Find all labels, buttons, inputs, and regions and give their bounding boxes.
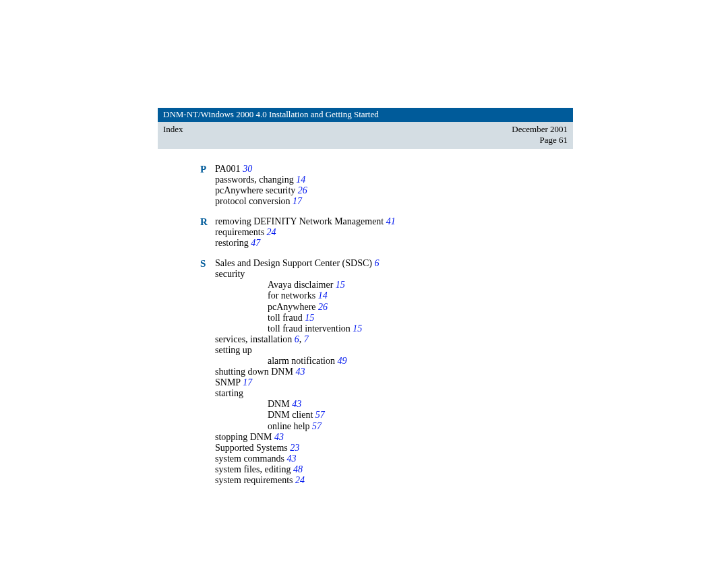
page-reference[interactable]: 15 <box>353 323 362 334</box>
page-reference[interactable]: 41 <box>386 216 396 226</box>
entry-text: SNMP <box>215 377 241 387</box>
entry-text: starting <box>215 388 243 398</box>
entry-text: system requirements <box>215 475 293 485</box>
entry-text: system commands <box>215 454 284 464</box>
index-body: PPA001 30passwords, changing 14pcAnywher… <box>158 149 573 487</box>
entry-text: security <box>215 269 245 279</box>
index-entry: Avaya disclaimer 15 <box>215 280 573 290</box>
entry-text: pcAnywhere <box>268 302 316 312</box>
page-reference[interactable]: 15 <box>305 313 314 323</box>
section-letter: S <box>200 258 206 270</box>
entry-text: protocol conversion <box>215 196 291 206</box>
title-bar: DNM-NT/Windows 2000 4.0 Installation and… <box>158 108 573 122</box>
page-reference[interactable]: 26 <box>298 185 307 195</box>
entry-text: DNM client <box>268 410 313 420</box>
index-entry: DNM 43 <box>215 399 573 410</box>
entry-text: setting up <box>215 345 252 355</box>
index-entry: protocol conversion 17 <box>215 196 573 207</box>
page-reference[interactable]: 47 <box>251 238 260 248</box>
entry-text: Sales and Design Support Center (SDSC) <box>215 258 372 268</box>
index-entry: shutting down DNM 43 <box>215 367 573 377</box>
index-section: Rremoving DEFINITY Network Management 41… <box>215 216 573 249</box>
entry-text: for networks <box>268 290 315 301</box>
entry-text: shutting down DNM <box>215 367 293 377</box>
index-entry: requirements 24 <box>215 227 573 238</box>
index-entry: services, installation 6, 7 <box>215 334 573 345</box>
index-entry: restoring 47 <box>215 238 573 249</box>
index-section: SSales and Design Support Center (SDSC) … <box>215 258 573 486</box>
page-reference[interactable]: 24 <box>267 227 276 237</box>
page-reference[interactable]: 49 <box>337 356 346 366</box>
doc-date: December 2001 <box>512 124 568 135</box>
index-entry: Supported Systems 23 <box>215 443 573 454</box>
page-reference[interactable]: 24 <box>295 475 305 485</box>
entry-text: Supported Systems <box>215 443 288 453</box>
index-entry: system commands 43 <box>215 454 573 464</box>
page-reference[interactable]: 23 <box>290 443 299 453</box>
entry-text: requirements <box>215 227 264 237</box>
page-reference[interactable]: 26 <box>318 302 328 312</box>
entry-text: stopping DNM <box>215 432 272 442</box>
index-entry: for networks 14 <box>215 290 573 301</box>
entry-text: passwords, changing <box>215 175 294 185</box>
page-reference[interactable]: 6 <box>295 334 299 344</box>
index-entry: toll fraud 15 <box>215 313 573 323</box>
index-entry: alarm notification 49 <box>215 356 573 367</box>
index-entry: security <box>215 269 573 280</box>
page-reference[interactable]: 57 <box>312 421 322 431</box>
entry-text: Avaya disclaimer <box>268 280 333 290</box>
index-entry: DNM client 57 <box>215 410 573 420</box>
page-reference[interactable]: 57 <box>315 410 325 420</box>
doc-page-number: Page 61 <box>512 135 568 146</box>
index-entry: pcAnywhere 26 <box>215 302 573 313</box>
page-reference[interactable]: 14 <box>296 175 305 185</box>
info-bar: Index December 2001 Page 61 <box>158 122 573 149</box>
page-reference[interactable]: 48 <box>293 464 303 474</box>
entry-text: PA001 <box>215 164 241 174</box>
page-reference[interactable]: 6 <box>374 258 379 268</box>
index-entry: PA001 30 <box>215 164 573 175</box>
info-right: December 2001 Page 61 <box>512 124 568 146</box>
index-entry: system requirements 24 <box>215 475 573 486</box>
index-entry: Sales and Design Support Center (SDSC) 6 <box>215 258 573 269</box>
index-entry: toll fraud intervention 15 <box>215 323 573 334</box>
page-reference[interactable]: 43 <box>287 454 297 464</box>
index-entry: starting <box>215 388 573 399</box>
section-letter: P <box>200 164 206 175</box>
page-reference[interactable]: 17 <box>293 196 302 206</box>
page-reference[interactable]: 43 <box>295 367 305 377</box>
page-reference[interactable]: 14 <box>318 290 328 301</box>
index-entry: setting up <box>215 345 573 356</box>
section-letter: R <box>200 216 208 228</box>
entry-text: pcAnywhere security <box>215 185 295 195</box>
entry-text: toll fraud intervention <box>268 323 351 334</box>
entry-separator: , <box>299 334 304 344</box>
doc-title: DNM-NT/Windows 2000 4.0 Installation and… <box>163 109 379 119</box>
index-entry: online help 57 <box>215 421 573 432</box>
entry-text: system files, editing <box>215 464 291 474</box>
entry-text: services, installation <box>215 334 292 344</box>
entry-text: toll fraud <box>268 313 303 323</box>
page-reference[interactable]: 43 <box>292 399 301 409</box>
index-entry: pcAnywhere security 26 <box>215 185 573 196</box>
info-left: Index <box>163 124 183 135</box>
index-entry: SNMP 17 <box>215 377 573 388</box>
entry-text: alarm notification <box>268 356 335 366</box>
document-page: DNM-NT/Windows 2000 4.0 Installation and… <box>158 108 573 495</box>
index-entry: removing DEFINITY Network Management 41 <box>215 216 573 227</box>
page-reference[interactable]: 17 <box>243 377 252 387</box>
index-entry: system files, editing 48 <box>215 464 573 475</box>
index-entry: stopping DNM 43 <box>215 432 573 443</box>
entry-text: removing DEFINITY Network Management <box>215 216 384 226</box>
entry-text: restoring <box>215 238 249 248</box>
page-reference[interactable]: 7 <box>304 334 309 344</box>
entry-text: online help <box>268 421 310 431</box>
page-reference[interactable]: 15 <box>336 280 345 290</box>
page-reference[interactable]: 30 <box>243 164 252 174</box>
index-entry: passwords, changing 14 <box>215 175 573 185</box>
page-reference[interactable]: 43 <box>274 432 284 442</box>
entry-text: DNM <box>268 399 290 409</box>
index-section: PPA001 30passwords, changing 14pcAnywher… <box>215 164 573 207</box>
